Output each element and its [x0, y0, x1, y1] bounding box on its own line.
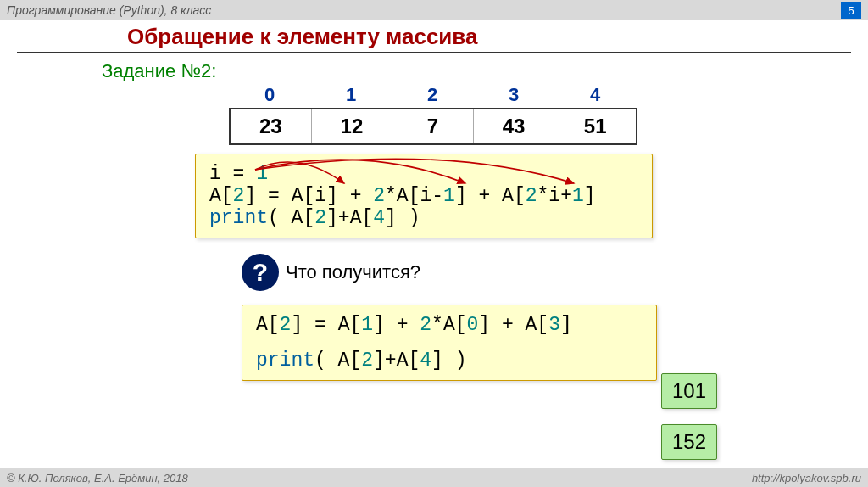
- slide-title: Обращение к элементу массива: [17, 24, 851, 50]
- cell-1: 12: [312, 109, 393, 143]
- question-icon: ?: [242, 254, 279, 291]
- idx-0: 0: [229, 84, 310, 108]
- copyright: © К.Ю. Поляков, Е.А. Ерёмин, 2018: [7, 472, 188, 484]
- code-block-1: i = 1 A[2] = A[i] + 2*A[i-1] + A[2*i+1] …: [195, 154, 653, 238]
- prompt-text: Что получится?: [286, 261, 420, 283]
- code-block-2: A[2] = A[1] + 2*A[0] + A[3] print( A[2]+…: [242, 305, 657, 381]
- code1-line2: A[2] = A[i] + 2*A[i-1] + A[2*i+1]: [209, 185, 638, 207]
- course-title: Программирование (Python), 8 класс: [7, 3, 211, 17]
- title-divider: [17, 52, 851, 53]
- code1-line1: i = 1: [209, 163, 638, 185]
- page-number: 5: [841, 2, 861, 19]
- prompt-row: ? Что получится?: [242, 254, 851, 291]
- code2-line2: print( A[2]+A[4] ): [256, 350, 643, 372]
- result-2: 152: [661, 424, 717, 460]
- slide-content: Обращение к элементу массива Задание №2:…: [0, 20, 868, 381]
- spacer: [256, 336, 643, 350]
- idx-1: 1: [310, 84, 392, 108]
- value-row: 23 12 7 43 51: [229, 108, 637, 145]
- code2-line1: A[2] = A[1] + 2*A[0] + A[3]: [256, 314, 643, 336]
- task-label: Задание №2:: [17, 60, 851, 82]
- index-row: 0 1 2 3 4: [229, 84, 851, 108]
- cell-4: 51: [554, 109, 636, 143]
- idx-3: 3: [473, 84, 554, 108]
- code1-line3: print( A[2]+A[4] ): [209, 207, 638, 229]
- cell-3: 43: [474, 109, 555, 143]
- footer-url: http://kpolyakov.spb.ru: [752, 472, 861, 484]
- header-bar: Программирование (Python), 8 класс 5: [0, 0, 868, 20]
- idx-2: 2: [392, 84, 473, 108]
- result-1: 101: [661, 373, 717, 409]
- idx-4: 4: [554, 84, 636, 108]
- footer-bar: © К.Ю. Поляков, Е.А. Ерёмин, 2018 http:/…: [0, 468, 868, 487]
- array-display: 0 1 2 3 4 23 12 7 43 51: [229, 84, 851, 145]
- cell-0: 23: [231, 109, 312, 143]
- cell-2: 7: [392, 109, 474, 143]
